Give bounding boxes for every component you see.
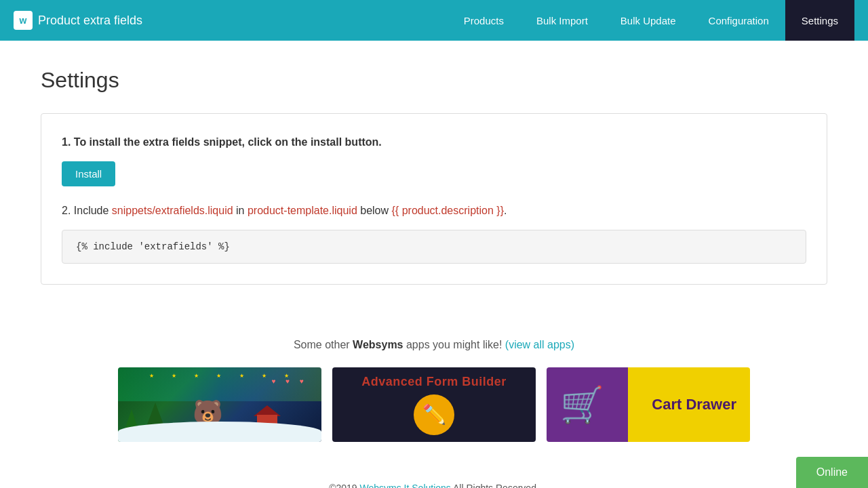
app-card-holiday[interactable]: ★ ★ ★ ★ ★ ★ ★ ♥ ♥ ♥ 🐻 — [118, 367, 321, 442]
app-logo: w Product extra fields — [14, 11, 448, 30]
footer: ©2019 Websyms It Solutions All Rights Re… — [0, 469, 868, 488]
nav-item-products[interactable]: Products — [448, 0, 520, 41]
apps-grid: ★ ★ ★ ★ ★ ★ ★ ♥ ♥ ♥ 🐻 Advanced Form Buil… — [41, 367, 827, 442]
step2-text: 2. Include snippets/extrafields.liquid i… — [62, 203, 806, 219]
nav-item-settings[interactable]: Settings — [785, 0, 854, 41]
view-all-apps-link[interactable]: (view all apps) — [505, 339, 574, 350]
form-builder-title: Advanced Form Builder — [361, 375, 507, 389]
app-name: Product extra fields — [38, 14, 142, 28]
cart-drawer-title: Cart Drawer — [652, 396, 736, 413]
step2-snippet: snippets/extrafields.liquid — [112, 205, 233, 216]
step2-below: below — [357, 205, 392, 216]
step2-var: {{ product.description }} — [392, 205, 504, 216]
footer-copyright: ©2019 — [329, 483, 359, 488]
step2-file: product-template.liquid — [248, 205, 357, 216]
step2-period: . — [504, 205, 507, 216]
nav-item-configuration[interactable]: Configuration — [692, 0, 785, 41]
code-block: {% include 'extrafields' %} — [62, 230, 806, 264]
step1-text: 1. To install the extra fields snippet, … — [62, 134, 806, 150]
app-card-cart-drawer[interactable]: 🛒 Cart Drawer — [547, 367, 750, 442]
app-card-form-builder[interactable]: Advanced Form Builder ✏️ — [332, 367, 536, 442]
apps-section: Some other Websyms apps you might like! … — [0, 339, 868, 469]
settings-card: 1. To install the extra fields snippet, … — [41, 113, 827, 285]
header: w Product extra fields Products Bulk Imp… — [0, 0, 868, 41]
main-nav: Products Bulk Import Bulk Update Configu… — [448, 0, 854, 41]
code-snippet: {% include 'extrafields' %} — [76, 241, 230, 252]
apps-intro: Some other — [294, 339, 353, 350]
footer-company-link[interactable]: Websyms It Solutions — [360, 483, 451, 488]
footer-rights: All Rights Reserved. — [451, 483, 539, 488]
apps-brand: Websyms — [353, 339, 403, 350]
holiday-app-content: ★ ★ ★ ★ ★ ★ ★ ♥ ♥ ♥ 🐻 — [118, 367, 321, 442]
pencil-icon: ✏️ — [414, 394, 454, 435]
cart-icon: 🛒 — [560, 384, 604, 426]
page-title: Settings — [41, 68, 827, 93]
step1-prefix: 1. To install the extra fields snippet, … — [62, 136, 382, 148]
apps-title: Some other Websyms apps you might like! … — [41, 339, 827, 351]
main-content: Settings 1. To install the extra fields … — [0, 41, 868, 339]
nav-item-bulk-update[interactable]: Bulk Update — [604, 0, 692, 41]
hearts-decoration: ♥ ♥ ♥ — [272, 378, 308, 385]
logo-icon: w — [14, 11, 33, 30]
apps-middle: apps you might like! — [403, 339, 505, 350]
online-chat-widget[interactable]: Online — [796, 457, 868, 488]
nav-item-bulk-import[interactable]: Bulk Import — [520, 0, 604, 41]
snow-ground — [118, 422, 321, 442]
install-button[interactable]: Install — [62, 161, 115, 186]
step2-prefix: 2. Include — [62, 205, 112, 216]
step2-in: in — [233, 205, 248, 216]
